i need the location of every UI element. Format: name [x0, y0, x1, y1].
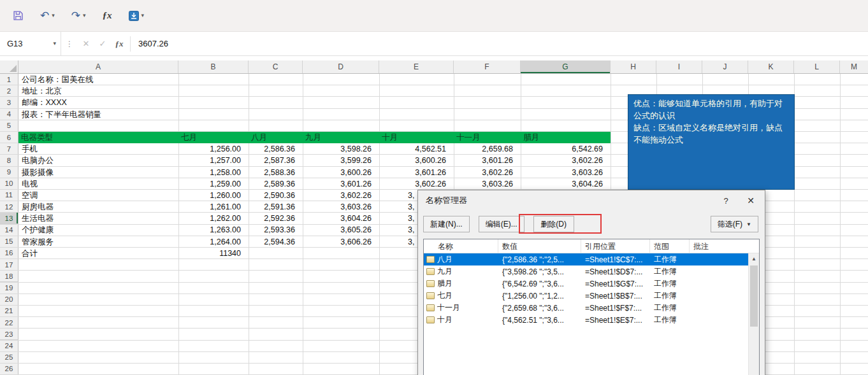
cell[interactable]: 3,602.26 — [303, 190, 379, 201]
cell[interactable]: 3,602.26 — [521, 155, 611, 166]
cell[interactable]: 2,659.68 — [454, 143, 521, 155]
cell[interactable]: 2,587.36 — [249, 155, 303, 166]
cell[interactable]: 电器类型 — [18, 132, 178, 143]
name-list-row[interactable]: 九月 {"3,598.26 ";"3,5... =Sheet1!$D$7:...… — [424, 265, 748, 278]
column-header[interactable]: L — [794, 60, 840, 73]
insert-object-button[interactable]: ▾ — [129, 8, 145, 24]
column-header[interactable]: D — [303, 60, 379, 73]
column-header-refers-to[interactable]: 引用位置 — [581, 239, 650, 253]
formula-input[interactable]: 3607.26 — [134, 39, 868, 48]
cell[interactable]: 3,603.26 — [454, 178, 521, 190]
cell[interactable]: 电视 — [18, 178, 178, 190]
list-scrollbar[interactable]: ▲ — [748, 253, 759, 375]
cell[interactable]: 腊月 — [521, 132, 611, 143]
cell[interactable]: 3,599.26 — [303, 155, 379, 166]
scroll-thumb[interactable] — [750, 265, 758, 327]
edit-name-button[interactable]: 编辑(E)... — [479, 216, 524, 232]
column-header[interactable]: K — [748, 60, 794, 73]
scroll-up-icon[interactable]: ▲ — [749, 253, 759, 264]
cell[interactable]: 3,601.26 — [379, 167, 454, 178]
cell[interactable]: 1,259.00 — [178, 178, 249, 190]
cell[interactable]: 1,256.00 — [178, 143, 249, 155]
column-header[interactable]: G — [521, 60, 611, 73]
cell[interactable]: 1,258.00 — [178, 167, 249, 178]
cell[interactable]: 3,606.26 — [303, 236, 379, 248]
cell[interactable]: 生活电器 — [18, 213, 178, 224]
cell[interactable]: 3,603.26 — [521, 167, 611, 178]
column-header-value[interactable]: 数值 — [498, 239, 581, 253]
insert-function-button[interactable]: ƒx — [103, 8, 112, 24]
cell[interactable]: 公司名称：国美在线 — [18, 74, 286, 85]
cell[interactable]: 1,263.00 — [178, 224, 249, 236]
select-all-corner[interactable] — [0, 60, 18, 73]
column-header[interactable]: M — [840, 60, 868, 73]
name-list-row[interactable]: 八月 {"2,586.36 ";"2,5... =Sheet1!$C$7:...… — [424, 253, 748, 265]
comment-box[interactable]: 优点：能够知道单元格的引用，有助于对公式的认识 缺点：区域自定义名称是绝对引用，… — [628, 94, 795, 190]
column-header[interactable]: H — [611, 60, 656, 73]
cell[interactable]: 手机 — [18, 143, 178, 155]
cell[interactable]: 4,562.51 — [379, 143, 454, 155]
cell[interactable]: 2,586.36 — [249, 143, 303, 155]
column-header[interactable]: J — [702, 60, 748, 73]
cell[interactable]: 电脑办公 — [18, 155, 178, 166]
name-list-row[interactable]: 七月 {"1,256.00 ";"1,2... =Sheet1!$B$7:...… — [424, 290, 748, 302]
cell[interactable]: 七月 — [178, 132, 249, 143]
cell[interactable]: 6,542.69 — [521, 143, 611, 155]
cell[interactable]: 2,592.36 — [249, 213, 303, 224]
cell[interactable]: 3,603.26 — [303, 201, 379, 213]
cell[interactable]: 1,264.00 — [178, 236, 249, 248]
cell[interactable]: 1,262.00 — [178, 213, 249, 224]
cell[interactable]: 摄影摄像 — [18, 167, 178, 178]
cell[interactable]: 2,588.36 — [249, 167, 303, 178]
cancel-icon[interactable]: ✕ — [78, 39, 94, 48]
column-header-name[interactable]: 名称 — [424, 239, 498, 253]
cell[interactable]: 管家服务 — [18, 236, 178, 248]
cell[interactable]: 报表：下半年电器销量 — [18, 109, 286, 120]
column-header[interactable]: B — [178, 60, 249, 73]
redo-button[interactable]: ↷ ▾ — [71, 8, 86, 24]
column-header-comment[interactable]: 批注 — [690, 239, 759, 253]
cell[interactable]: 3,604.26 — [521, 178, 611, 190]
cell[interactable] — [303, 248, 379, 259]
column-header[interactable]: A — [18, 60, 178, 73]
cell[interactable]: 3,601.26 — [454, 155, 521, 166]
column-header[interactable]: C — [249, 60, 303, 73]
cell[interactable]: 3,598.26 — [303, 143, 379, 155]
cell[interactable]: 3,605.26 — [303, 224, 379, 236]
cell[interactable] — [249, 248, 303, 259]
enter-icon[interactable]: ✓ — [94, 39, 111, 48]
cell[interactable]: 地址：北京 — [18, 85, 286, 97]
column-header[interactable]: E — [379, 60, 454, 73]
formula-bar-handle[interactable]: ⋮ — [61, 39, 78, 48]
cell[interactable]: 11340 — [178, 248, 249, 259]
cell[interactable]: 1,257.00 — [178, 155, 249, 166]
cell[interactable]: 合计 — [18, 248, 178, 259]
cell[interactable]: 个护健康 — [18, 224, 178, 236]
name-list-row[interactable]: 十月 {"4,562.51 ";"3,6... =Sheet1!$E$7:...… — [424, 314, 748, 326]
help-icon[interactable]: ? — [715, 196, 737, 206]
cell[interactable]: 3,600.26 — [379, 155, 454, 166]
cell[interactable]: 2,593.36 — [249, 224, 303, 236]
cell[interactable]: 2,591.36 — [249, 201, 303, 213]
cell[interactable]: 2,589.36 — [249, 178, 303, 190]
cell[interactable]: 1,261.00 — [178, 201, 249, 213]
dialog-titlebar[interactable]: 名称管理器 ? ✕ — [418, 190, 765, 211]
column-header-scope[interactable]: 范围 — [650, 239, 690, 253]
column-header[interactable]: F — [454, 60, 521, 73]
cell[interactable]: 空调 — [18, 190, 178, 201]
cell[interactable]: 2,594.36 — [249, 236, 303, 248]
cell[interactable]: 十月 — [379, 132, 454, 143]
cell[interactable]: 2,590.36 — [249, 190, 303, 201]
delete-name-button[interactable]: 删除(D) — [533, 216, 574, 232]
cell[interactable]: 邮编：XXXX — [18, 97, 286, 108]
filter-button[interactable]: 筛选(F) ▼ — [711, 216, 758, 232]
column-header[interactable]: I — [656, 60, 702, 73]
cell[interactable]: 十一月 — [454, 132, 521, 143]
cell[interactable]: 1,260.00 — [178, 190, 249, 201]
undo-button[interactable]: ↶ ▾ — [40, 8, 55, 24]
cell[interactable]: 3,602.26 — [379, 178, 454, 190]
save-button[interactable] — [13, 8, 24, 24]
name-list-row[interactable]: 十一月 {"2,659.68 ";"3,6... =Sheet1!$F$7:..… — [424, 302, 748, 314]
insert-function-icon[interactable]: ƒx — [111, 39, 127, 49]
cell[interactable]: 3,600.26 — [303, 167, 379, 178]
